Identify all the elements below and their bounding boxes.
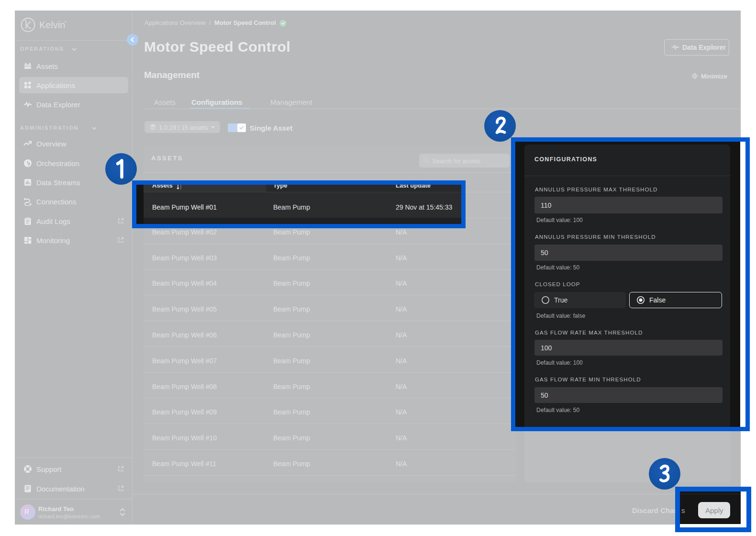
- svg-text:Kelvin: Kelvin: [39, 20, 65, 30]
